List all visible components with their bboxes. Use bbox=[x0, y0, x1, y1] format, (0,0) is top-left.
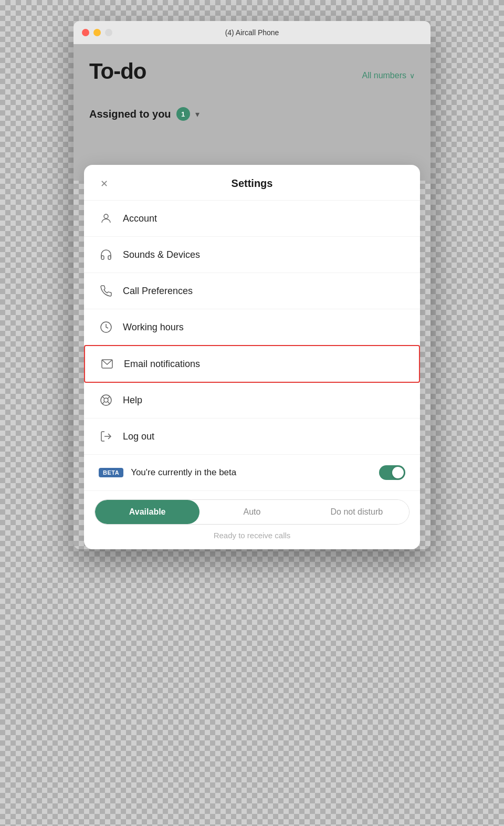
logout-label: Log out bbox=[123, 431, 154, 442]
beta-badge: BETA bbox=[99, 468, 123, 477]
maximize-traffic-light[interactable] bbox=[105, 29, 112, 36]
todo-background: To-do All numbers ∨ Assigned to you 1 ▾ bbox=[74, 44, 430, 181]
beta-text: You're currently in the beta bbox=[131, 467, 372, 478]
assigned-dropdown-icon[interactable]: ▾ bbox=[195, 109, 200, 119]
svg-line-5 bbox=[102, 396, 104, 399]
menu-item-help[interactable]: Help bbox=[84, 382, 420, 419]
assigned-label: Assigned to you bbox=[89, 108, 171, 120]
settings-modal: ✕ Settings Account Sounds & Devices bbox=[84, 165, 420, 549]
status-buttons-group: Available Auto Do not disturb bbox=[94, 499, 410, 525]
settings-title: Settings bbox=[99, 177, 405, 190]
working-hours-label: Working hours bbox=[123, 322, 184, 333]
minimize-traffic-light[interactable] bbox=[93, 29, 101, 36]
window-title: (4) Aircall Phone bbox=[225, 28, 279, 37]
menu-item-sounds[interactable]: Sounds & Devices bbox=[84, 237, 420, 273]
traffic-lights bbox=[82, 29, 112, 36]
all-numbers-button[interactable]: All numbers ∨ bbox=[362, 71, 415, 80]
menu-item-logout[interactable]: Log out bbox=[84, 419, 420, 455]
auto-button[interactable]: Auto bbox=[200, 500, 304, 524]
todo-header: To-do All numbers ∨ bbox=[89, 59, 415, 92]
help-icon bbox=[99, 393, 113, 407]
dnd-button[interactable]: Do not disturb bbox=[304, 500, 409, 524]
logout-icon bbox=[99, 429, 113, 444]
beta-toggle[interactable] bbox=[379, 465, 405, 480]
settings-close-button[interactable]: ✕ bbox=[97, 176, 111, 191]
beta-row: BETA You're currently in the beta bbox=[84, 455, 420, 491]
chevron-down-icon: ∨ bbox=[410, 71, 415, 80]
available-button[interactable]: Available bbox=[95, 500, 200, 524]
menu-item-email-notifications[interactable]: Email notifications bbox=[84, 345, 420, 383]
svg-point-4 bbox=[104, 398, 108, 402]
menu-item-working-hours[interactable]: Working hours bbox=[84, 309, 420, 346]
menu-item-call-prefs[interactable]: Call Preferences bbox=[84, 273, 420, 309]
phone-icon bbox=[99, 284, 113, 298]
mail-icon bbox=[100, 357, 114, 371]
user-icon bbox=[99, 211, 113, 226]
help-label: Help bbox=[123, 395, 142, 406]
toggle-knob bbox=[392, 467, 404, 478]
settings-header: ✕ Settings bbox=[84, 165, 420, 201]
svg-line-8 bbox=[102, 402, 104, 404]
settings-menu: Account Sounds & Devices Call Preference… bbox=[84, 201, 420, 455]
sounds-label: Sounds & Devices bbox=[123, 249, 200, 260]
account-label: Account bbox=[123, 213, 157, 224]
svg-line-6 bbox=[108, 402, 110, 404]
clock-icon bbox=[99, 320, 113, 334]
all-numbers-label: All numbers bbox=[362, 71, 406, 80]
headphones-icon bbox=[99, 247, 113, 262]
assigned-badge: 1 bbox=[176, 107, 190, 121]
title-bar: (4) Aircall Phone bbox=[74, 21, 430, 44]
status-section: Available Auto Do not disturb Ready to r… bbox=[84, 491, 420, 549]
svg-line-7 bbox=[108, 396, 110, 399]
call-prefs-label: Call Preferences bbox=[123, 286, 193, 297]
menu-item-account[interactable]: Account bbox=[84, 201, 420, 237]
close-traffic-light[interactable] bbox=[82, 29, 89, 36]
todo-title: To-do bbox=[89, 59, 146, 84]
svg-point-0 bbox=[104, 214, 108, 218]
email-notifications-label: Email notifications bbox=[124, 359, 200, 370]
app-window: (4) Aircall Phone To-do All numbers ∨ As… bbox=[74, 21, 430, 549]
assigned-row: Assigned to you 1 ▾ bbox=[89, 107, 415, 121]
ready-text: Ready to receive calls bbox=[94, 531, 410, 544]
